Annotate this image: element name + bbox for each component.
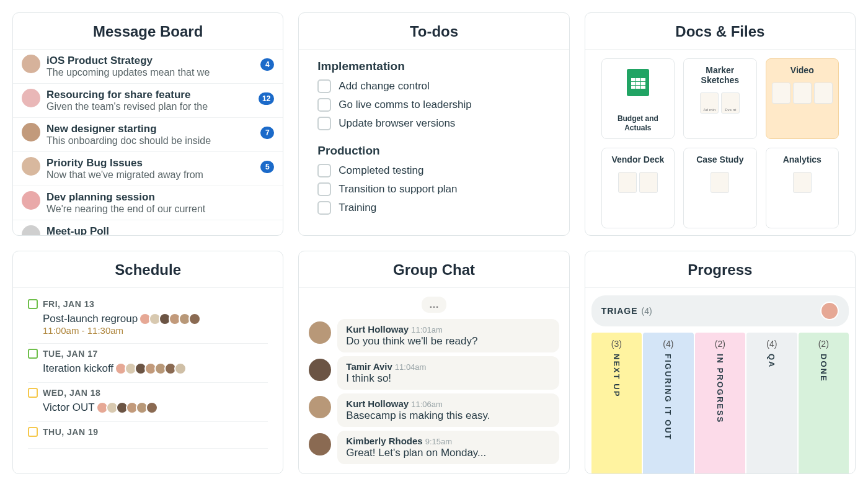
todo-item[interactable]: Completed testing	[317, 161, 550, 180]
todos-card[interactable]: To-dos ImplementationAdd change controlG…	[298, 12, 569, 236]
todo-item[interactable]: Transition to support plan	[317, 180, 550, 199]
schedule-date: THU, JAN 19	[43, 427, 99, 437]
checkbox[interactable]	[317, 182, 331, 196]
todo-section-heading[interactable]: Implementation	[317, 60, 550, 73]
todos-body: ImplementationAdd change controlGo live …	[299, 50, 569, 235]
todo-item[interactable]: Go live comms to leadership	[317, 96, 550, 114]
message-title: Resourcing for share feature	[46, 89, 252, 101]
docs-card[interactable]: Docs & Files Budget and ActualsMarker Sk…	[585, 12, 856, 236]
doc-tile[interactable]: Video	[766, 58, 839, 139]
checkbox[interactable]	[317, 98, 331, 112]
message-item[interactable]: iOS Product StrategyThe upcoming updates…	[13, 50, 283, 84]
progress-column-name: FIGURING IT OUT	[663, 354, 673, 441]
todo-item[interactable]: Training	[317, 199, 550, 217]
avatar	[22, 225, 40, 235]
progress-title: Progress	[585, 251, 855, 288]
message-title: New designer starting	[46, 123, 254, 135]
calendar-icon	[28, 299, 38, 309]
doc-label: Vendor Deck	[611, 155, 664, 164]
chat-author: Kurt Holloway	[346, 324, 409, 334]
triage-bar[interactable]: TRIAGE (4)	[591, 295, 849, 326]
progress-count: (2)	[818, 339, 829, 349]
doc-tile[interactable]: Analytics	[766, 148, 839, 228]
thumbnail	[793, 172, 812, 193]
progress-column[interactable]: (2)IN PROGRESS	[695, 333, 745, 473]
checkbox[interactable]	[317, 201, 331, 215]
progress-column[interactable]: (4)FIGURING IT OUT	[643, 333, 693, 473]
message-title: iOS Product Strategy	[46, 55, 254, 67]
schedule-event[interactable]: WED, JAN 18Victor OUT	[28, 383, 268, 422]
message-item[interactable]: Priority Bug IssuesNow that we've migrat…	[13, 152, 283, 186]
doc-label: Video	[790, 65, 814, 75]
message-title: Dev planning session	[46, 191, 274, 204]
schedule-event[interactable]: TUE, JAN 17Iteration kickoff	[28, 344, 268, 383]
thumbnail	[793, 83, 812, 104]
progress-card[interactable]: Progress TRIAGE (4) (3)NEXT UP(4)FIGURIN…	[585, 251, 856, 474]
chat-author: Tamir Aviv	[346, 361, 392, 372]
checkbox[interactable]	[317, 79, 331, 93]
progress-count: (4)	[766, 339, 777, 349]
message-preview: The upcoming updates mean that we	[46, 67, 254, 78]
checkbox[interactable]	[317, 117, 331, 130]
triage-label: TRIAGE	[601, 306, 638, 316]
doc-tile[interactable]: Marker SketchesAd minEve nt	[683, 58, 756, 139]
avatar	[22, 191, 40, 210]
message-item[interactable]: Dev planning sessionWe're nearing the en…	[13, 186, 283, 220]
message-item[interactable]: Resourcing for share featureGiven the te…	[13, 84, 283, 118]
progress-column-name: IN PROGRESS	[715, 354, 725, 423]
chat-body: … Kurt Holloway11:01amDo you think we'll…	[299, 288, 569, 473]
chat-ellipsis: …	[422, 297, 446, 313]
message-board-card[interactable]: Message Board iOS Product StrategyThe up…	[12, 12, 283, 236]
message-board-title: Message Board	[13, 13, 283, 50]
comment-count-badge: 7	[260, 127, 274, 139]
thumbnail	[618, 172, 637, 193]
progress-column-name: QA	[767, 354, 776, 369]
avatar	[174, 362, 187, 375]
schedule-event[interactable]: FRI, JAN 13Post-launch regroup11:00am - …	[28, 294, 268, 344]
schedule-date: TUE, JAN 17	[43, 349, 98, 359]
schedule-date: FRI, JAN 13	[43, 299, 94, 309]
doc-tile[interactable]: Case Study	[683, 148, 756, 228]
chat-message[interactable]: Kurt Holloway11:06amBasecamp is making t…	[309, 393, 559, 427]
doc-tile[interactable]: Vendor Deck	[601, 148, 675, 228]
progress-column[interactable]: (3)NEXT UP	[591, 333, 642, 473]
progress-column[interactable]: (4)QA	[746, 333, 797, 473]
thumbnail: Ad min	[700, 92, 719, 114]
chat-time: 11:06am	[411, 400, 443, 409]
docs-grid: Budget and ActualsMarker SketchesAd minE…	[585, 50, 855, 235]
doc-label: Marker Sketches	[688, 65, 752, 85]
todo-item[interactable]: Add change control	[317, 77, 550, 96]
avatar	[309, 321, 331, 344]
chat-time: 11:04am	[395, 362, 427, 372]
comment-count-badge: 5	[260, 161, 274, 173]
schedule-card[interactable]: Schedule FRI, JAN 13Post-launch regroup1…	[12, 251, 283, 474]
schedule-time: 11:00am - 11:30am	[28, 325, 268, 336]
avatar	[820, 302, 839, 320]
checkbox[interactable]	[317, 164, 331, 177]
message-title: Meet-up Poll	[46, 225, 274, 235]
todo-label: Training	[339, 202, 376, 214]
avatar	[22, 157, 40, 176]
message-item[interactable]: Meet-up Poll	[13, 220, 283, 235]
chat-message[interactable]: Tamir Aviv11:04amI think so!	[309, 356, 559, 390]
progress-column[interactable]: (2)DONE	[799, 333, 849, 473]
comment-count-badge: 4	[260, 58, 274, 71]
progress-column-name: DONE	[819, 354, 828, 382]
todo-item[interactable]: Update browser versions	[317, 114, 550, 133]
chat-time: 11:01am	[411, 325, 443, 334]
chat-message[interactable]: Kimberly Rhodes9:15amGreat! Let's plan o…	[309, 431, 559, 464]
chat-card[interactable]: Group Chat … Kurt Holloway11:01amDo you …	[298, 251, 569, 474]
chat-text: Great! Let's plan on Monday...	[346, 447, 550, 459]
todo-section-heading[interactable]: Production	[317, 144, 550, 158]
doc-label: Case Study	[696, 155, 743, 164]
dashboard-grid: Message Board iOS Product StrategyThe up…	[12, 12, 856, 474]
todos-title: To-dos	[299, 13, 569, 50]
doc-tile[interactable]: Budget and Actuals	[601, 58, 675, 139]
thumbnail	[711, 172, 729, 193]
message-item[interactable]: New designer startingThis onboarding doc…	[13, 118, 283, 152]
avatar	[22, 89, 40, 107]
schedule-event[interactable]: THU, JAN 19	[28, 422, 268, 449]
avatar	[309, 433, 331, 455]
doc-label: Analytics	[783, 155, 822, 164]
chat-message[interactable]: Kurt Holloway11:01amDo you think we'll b…	[309, 319, 559, 352]
